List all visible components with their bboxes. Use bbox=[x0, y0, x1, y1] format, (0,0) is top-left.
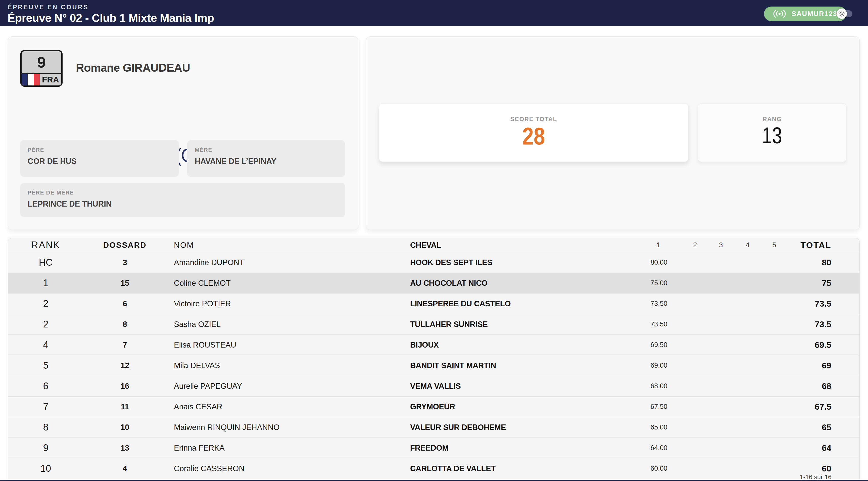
cell-nom: Coralie CASSERON bbox=[166, 464, 408, 473]
cell-total: 65 bbox=[788, 422, 860, 432]
bib-number: 9 bbox=[22, 51, 61, 73]
theme-toggle-knob[interactable] bbox=[837, 8, 847, 19]
cell-cheval: VALEUR SUR DEBOHEME bbox=[408, 423, 635, 432]
cell-nom: Anais CESAR bbox=[166, 402, 408, 411]
bib-number-badge: 9 FRA bbox=[20, 50, 63, 87]
rank-value: 13 bbox=[762, 124, 782, 147]
cell-nom: Elisa ROUSTEAU bbox=[166, 340, 408, 350]
dam-box: MÈRE HAVANE DE L’EPINAY bbox=[187, 140, 345, 177]
score-panel: SCORE TOTAL 28 RANG 13 bbox=[366, 36, 860, 230]
cell-total: 73.5 bbox=[788, 320, 860, 329]
cell-total: 60 bbox=[788, 464, 860, 474]
score-total-label: SCORE TOTAL bbox=[510, 116, 557, 123]
cell-nom: Maiwenn RINQUIN JEHANNO bbox=[166, 423, 408, 432]
cell-dossard: 15 bbox=[84, 279, 166, 288]
col-header-nom: NOM bbox=[166, 241, 408, 250]
cell-total: 75 bbox=[788, 278, 860, 288]
rank-card: RANG 13 bbox=[698, 103, 847, 162]
cell-cheval: CARLOTTA DE VALLET bbox=[408, 464, 635, 473]
rank-label: RANG bbox=[763, 116, 782, 123]
cell-nom: Sasha OZIEL bbox=[166, 320, 408, 329]
cell-total: 80 bbox=[788, 258, 860, 267]
table-row[interactable]: 5 12 Mila DELVAS BANDIT SAINT MARTIN 69.… bbox=[8, 355, 860, 376]
cell-cheval: VEMA VALLIS bbox=[408, 382, 635, 391]
cell-dossard: 13 bbox=[84, 444, 166, 453]
table-row[interactable]: 7 11 Anais CESAR GRYMOEUR 67.50 67.5 bbox=[8, 396, 860, 417]
table-row[interactable]: 6 16 Aurelie PAPEGUAY VEMA VALLIS 68.00 … bbox=[8, 376, 860, 396]
col-header-4: 4 bbox=[735, 241, 761, 249]
col-header-5: 5 bbox=[761, 241, 788, 249]
cell-score-1: 80.00 bbox=[635, 259, 683, 266]
connection-badge: SAUMUR123 bbox=[764, 6, 846, 21]
cell-score-1: 69.50 bbox=[635, 341, 683, 349]
cell-nom: Victoire POTIER bbox=[166, 299, 408, 308]
sire-value: COR DE HUS bbox=[28, 157, 172, 166]
cell-total: 69 bbox=[788, 361, 860, 370]
sire-box: PÈRE COR DE HUS bbox=[20, 140, 179, 177]
score-total-card: SCORE TOTAL 28 bbox=[379, 103, 688, 162]
cell-nom: Erinna FERKA bbox=[166, 444, 408, 453]
event-title: Épreuve N° 02 - Club 1 Mixte Mania Imp bbox=[7, 11, 214, 25]
col-header-dossard: DOSSARD bbox=[84, 241, 166, 250]
table-row[interactable]: 1 15 Coline CLEMOT AU CHOCOLAT NICO 75.0… bbox=[8, 273, 860, 293]
theme-toggle[interactable] bbox=[839, 10, 852, 17]
table-row[interactable]: 4 7 Elisa ROUSTEAU BIJOUX 69.50 69.5 bbox=[8, 334, 860, 355]
cell-rank: 5 bbox=[8, 360, 84, 371]
cell-cheval: GRYMOEUR bbox=[408, 402, 635, 411]
cell-score-1: 64.00 bbox=[635, 444, 683, 452]
cell-score-1: 60.00 bbox=[635, 465, 683, 473]
cell-rank: 6 bbox=[8, 381, 84, 392]
cell-cheval: AU CHOCOLAT NICO bbox=[408, 279, 635, 288]
cell-nom: Coline CLEMOT bbox=[166, 279, 408, 288]
col-header-3: 3 bbox=[708, 241, 735, 249]
table-row[interactable]: 2 6 Victoire POTIER LINESPEREE DU CASTEL… bbox=[8, 293, 860, 314]
cell-total: 69.5 bbox=[788, 340, 860, 350]
dam-value: HAVANE DE L’EPINAY bbox=[195, 157, 338, 166]
cell-score-1: 73.50 bbox=[635, 321, 683, 328]
sun-icon bbox=[839, 10, 845, 17]
col-header-total: TOTAL bbox=[788, 240, 860, 250]
cell-rank: 8 bbox=[8, 422, 84, 433]
france-flag bbox=[22, 74, 40, 85]
cell-rank: 9 bbox=[8, 443, 84, 453]
rider-name: Romane GIRAUDEAU bbox=[76, 61, 190, 74]
country-code: FRA bbox=[40, 74, 61, 85]
event-status-label: ÉPREUVE EN COURS bbox=[7, 3, 89, 11]
results-table: RANK DOSSARD NOM CHEVAL 1 2 3 4 5 TOTAL … bbox=[8, 238, 860, 481]
broadcast-icon bbox=[773, 10, 786, 18]
current-rider-card: 9 FRA Romane GIRAUDEAU AVANA DE LA LOIRE… bbox=[8, 36, 359, 230]
cell-nom: Amandine DUPONT bbox=[166, 258, 408, 267]
col-header-2: 2 bbox=[683, 241, 708, 249]
col-header-rank: RANK bbox=[8, 240, 84, 250]
cell-score-1: 68.00 bbox=[635, 382, 683, 390]
damsire-box: PÈRE DE MÈRE LEPRINCE DE THURIN bbox=[20, 183, 345, 217]
cell-dossard: 8 bbox=[84, 320, 166, 329]
cell-dossard: 3 bbox=[84, 258, 166, 267]
cell-score-1: 67.50 bbox=[635, 403, 683, 411]
dam-label: MÈRE bbox=[195, 147, 338, 153]
connection-badge-label: SAUMUR123 bbox=[792, 10, 837, 18]
table-row[interactable]: 9 13 Erinna FERKA FREEDOM 64.00 64 bbox=[8, 438, 860, 458]
cell-total: 73.5 bbox=[788, 299, 860, 309]
table-body: HC 3 Amandine DUPONT HOOK DES SEPT ILES … bbox=[8, 252, 860, 479]
cell-score-1: 69.00 bbox=[635, 362, 683, 369]
table-row[interactable]: 2 8 Sasha OZIEL TULLAHER SUNRISE 73.50 7… bbox=[8, 314, 860, 334]
cell-rank: 10 bbox=[8, 463, 84, 474]
table-row[interactable]: 8 10 Maiwenn RINQUIN JEHANNO VALEUR SUR … bbox=[8, 417, 860, 438]
cell-score-1: 75.00 bbox=[635, 279, 683, 287]
cell-dossard: 10 bbox=[84, 423, 166, 432]
cell-cheval: FREEDOM bbox=[408, 444, 635, 453]
cell-total: 67.5 bbox=[788, 402, 860, 412]
cell-rank: 2 bbox=[8, 298, 84, 309]
cell-dossard: 4 bbox=[84, 464, 166, 473]
cell-rank: 4 bbox=[8, 339, 84, 350]
table-row[interactable]: HC 3 Amandine DUPONT HOOK DES SEPT ILES … bbox=[8, 252, 860, 273]
table-row[interactable]: 10 4 Coralie CASSERON CARLOTTA DE VALLET… bbox=[8, 458, 860, 479]
cell-nom: Aurelie PAPEGUAY bbox=[166, 382, 408, 391]
top-bar: ÉPREUVE EN COURS Épreuve N° 02 - Club 1 … bbox=[0, 0, 868, 26]
cell-nom: Mila DELVAS bbox=[166, 361, 408, 370]
col-header-1: 1 bbox=[635, 241, 683, 249]
cell-cheval: BIJOUX bbox=[408, 340, 635, 350]
damsire-value: LEPRINCE DE THURIN bbox=[28, 200, 338, 209]
col-header-cheval: CHEVAL bbox=[408, 241, 635, 250]
